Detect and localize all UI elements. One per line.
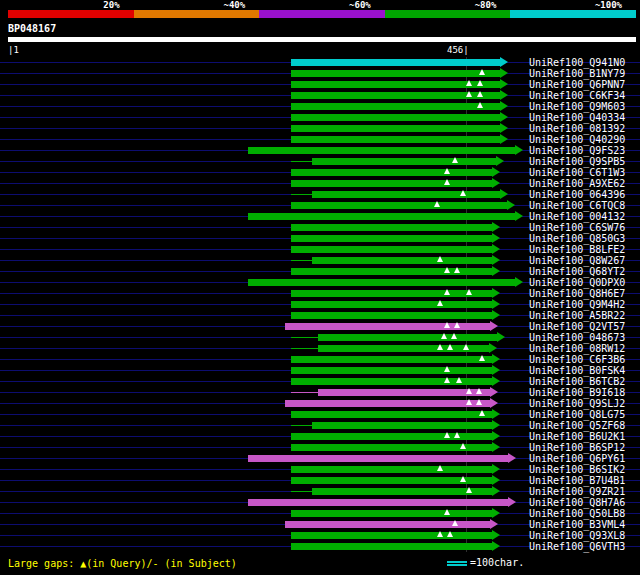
alignment-bar[interactable] — [291, 202, 507, 209]
row-label[interactable]: UniRef100_A5BR22 — [529, 310, 625, 321]
alignment-bar[interactable] — [291, 70, 500, 77]
row-label[interactable]: UniRef100_Q0DPX0 — [529, 277, 625, 288]
row-label[interactable]: UniRef100_Q6PNN7 — [529, 79, 625, 90]
row-label[interactable]: UniRef100_Q2VT57 — [529, 321, 625, 332]
alignment-bar[interactable] — [248, 147, 515, 154]
alignment-bar[interactable] — [312, 488, 492, 495]
alignment-bar[interactable] — [291, 268, 492, 275]
scale-label-5: ~100% — [510, 0, 636, 10]
row-label[interactable]: UniRef100_C6T1W3 — [529, 167, 625, 178]
row-label[interactable]: UniRef100_Q8W267 — [529, 255, 625, 266]
alignment-bar[interactable] — [291, 169, 492, 176]
row-label[interactable]: UniRef100_Q9M4H2 — [529, 299, 625, 310]
alignment-bar[interactable] — [318, 389, 490, 396]
alignment-bar[interactable] — [312, 257, 492, 264]
row-label[interactable]: UniRef100_B8LFE2 — [529, 244, 625, 255]
alignment-bar[interactable] — [291, 433, 492, 440]
row-label[interactable]: UniRef100_Q50LB8 — [529, 508, 625, 519]
arrowhead-icon — [492, 541, 500, 551]
row-label[interactable]: UniRef100_064396 — [529, 189, 625, 200]
alignment-bar[interactable] — [248, 279, 515, 286]
alignment-row: UniRef100_Q9SPB5 — [0, 156, 640, 167]
alignment-bar[interactable] — [291, 411, 492, 418]
alignment-bar[interactable] — [291, 114, 500, 121]
alignment-bar[interactable] — [248, 499, 508, 506]
row-label[interactable]: UniRef100_B0FSK4 — [529, 365, 625, 376]
row-label[interactable]: UniRef100_Q6VTH3 — [529, 541, 625, 552]
alignment-bar[interactable] — [291, 510, 492, 517]
row-label[interactable]: UniRef100_A9XE62 — [529, 178, 625, 189]
alignment-bar[interactable] — [291, 246, 492, 253]
row-label[interactable]: UniRef100_Q40290 — [529, 134, 625, 145]
row-label[interactable]: UniRef100_Q941N0 — [529, 57, 625, 68]
gap-marker-icon — [477, 102, 483, 108]
gap-marker-icon — [466, 289, 472, 295]
row-label[interactable]: UniRef100_Q8H7A6 — [529, 497, 625, 508]
arrowhead-icon — [508, 497, 516, 507]
row-label[interactable]: UniRef100_C6F3B6 — [529, 354, 625, 365]
arrowhead-icon — [492, 299, 500, 309]
alignment-bar[interactable] — [291, 356, 492, 363]
alignment-bar[interactable] — [291, 301, 492, 308]
row-label[interactable]: UniRef100_Q9ZR21 — [529, 486, 625, 497]
alignment-bar[interactable] — [291, 367, 492, 374]
row-label[interactable]: UniRef100_C6KF34 — [529, 90, 625, 101]
alignment-bar[interactable] — [248, 455, 508, 462]
alignment-row: UniRef100_C6F3B6 — [0, 354, 640, 365]
row-label[interactable]: UniRef100_C6SW76 — [529, 222, 625, 233]
row-label[interactable]: UniRef100_Q9SLJ2 — [529, 398, 625, 409]
alignment-bar[interactable] — [285, 521, 490, 528]
alignment-bar[interactable] — [312, 191, 500, 198]
row-label[interactable]: UniRef100_B6SIK2 — [529, 464, 625, 475]
alignment-bar[interactable] — [291, 59, 500, 66]
alignment-bar[interactable] — [291, 180, 492, 187]
row-label[interactable]: UniRef100_Q8LG75 — [529, 409, 625, 420]
alignment-row: UniRef100_Q850G3 — [0, 233, 640, 244]
alignment-row: UniRef100_08RW12 — [0, 343, 640, 354]
alignment-bar[interactable] — [291, 235, 492, 242]
alignment-bar[interactable] — [312, 158, 496, 165]
row-label[interactable]: UniRef100_Q93XL8 — [529, 530, 625, 541]
alignment-bar[interactable] — [285, 400, 490, 407]
row-label[interactable]: UniRef100_B6TCB2 — [529, 376, 625, 387]
alignment-row: UniRef100_Q8H6E7 — [0, 288, 640, 299]
alignment-tail-line — [291, 337, 318, 338]
alignment-bar[interactable] — [291, 290, 492, 297]
row-label[interactable]: UniRef100_B9I618 — [529, 387, 625, 398]
row-label[interactable]: UniRef100_048673 — [529, 332, 625, 343]
row-label[interactable]: UniRef100_Q40334 — [529, 112, 625, 123]
row-label[interactable]: UniRef100_Q850G3 — [529, 233, 625, 244]
row-label[interactable]: UniRef100_Q5ZF68 — [529, 420, 625, 431]
arrowhead-icon — [492, 475, 500, 485]
row-label[interactable]: UniRef100_B7U4B1 — [529, 475, 625, 486]
alignment-bar[interactable] — [291, 532, 492, 539]
arrowhead-icon — [492, 431, 500, 441]
alignment-bar[interactable] — [312, 422, 492, 429]
alignment-bar[interactable] — [291, 543, 492, 550]
alignment-bar[interactable] — [291, 136, 500, 143]
alignment-bar[interactable] — [291, 466, 492, 473]
row-label[interactable]: UniRef100_B1NY79 — [529, 68, 625, 79]
alignment-bar[interactable] — [291, 125, 500, 132]
alignment-bar[interactable] — [291, 224, 492, 231]
identity-scale-bar — [8, 10, 636, 18]
ruler-end-label: 456| — [447, 45, 469, 55]
alignment-bar[interactable] — [248, 213, 515, 220]
row-label[interactable]: UniRef100_Q9M603 — [529, 101, 625, 112]
row-label[interactable]: UniRef100_B3VML4 — [529, 519, 625, 530]
alignment-bar[interactable] — [318, 334, 497, 341]
row-label[interactable]: UniRef100_Q9SPB5 — [529, 156, 625, 167]
row-label[interactable]: UniRef100_004132 — [529, 211, 625, 222]
row-label[interactable]: UniRef100_C6TQC8 — [529, 200, 625, 211]
alignment-row: UniRef100_Q8W267 — [0, 255, 640, 266]
row-label[interactable]: UniRef100_08RW12 — [529, 343, 625, 354]
row-label[interactable]: UniRef100_B6U2K1 — [529, 431, 625, 442]
row-label[interactable]: UniRef100_B6SP12 — [529, 442, 625, 453]
row-label[interactable]: UniRef100_Q68YT2 — [529, 266, 625, 277]
row-label[interactable]: UniRef100_081392 — [529, 123, 625, 134]
alignment-bar[interactable] — [291, 103, 500, 110]
row-label[interactable]: UniRef100_Q9FS23 — [529, 145, 625, 156]
row-label[interactable]: UniRef100_Q6PY61 — [529, 453, 625, 464]
alignment-bar[interactable] — [291, 312, 492, 319]
row-label[interactable]: UniRef100_Q8H6E7 — [529, 288, 625, 299]
